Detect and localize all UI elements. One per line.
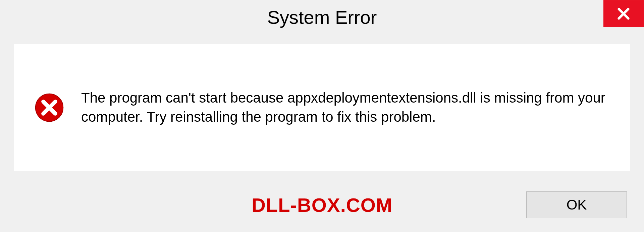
footer-bar: DLL-BOX.COM OK: [0, 178, 644, 232]
content-panel: The program can't start because appxdepl…: [14, 44, 630, 171]
close-icon: [615, 6, 632, 22]
watermark-text: DLL-BOX.COM: [252, 194, 392, 216]
title-bar: System Error: [0, 0, 644, 34]
close-button[interactable]: [603, 0, 644, 27]
ok-button[interactable]: OK: [526, 191, 627, 218]
dialog-title: System Error: [267, 6, 377, 28]
error-dialog: System Error The program can't start bec…: [0, 0, 644, 232]
error-message: The program can't start because appxdepl…: [81, 89, 610, 126]
error-icon: [34, 93, 64, 123]
